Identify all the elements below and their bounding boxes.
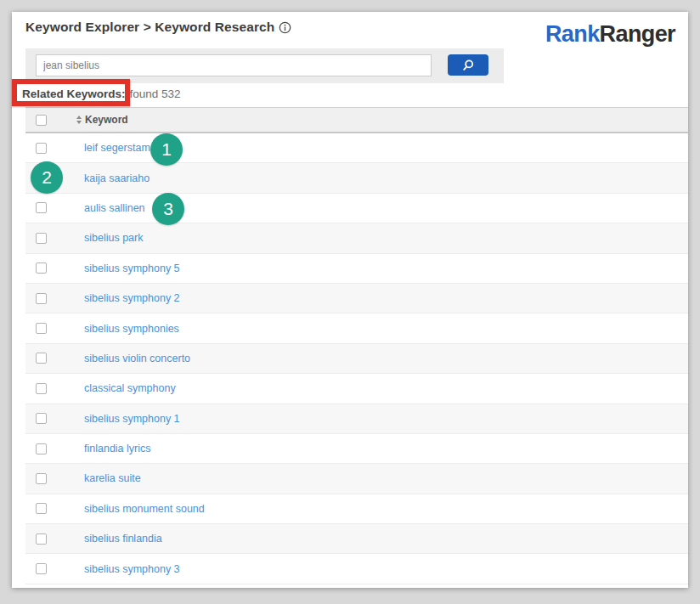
keyword-column-header[interactable]: Keyword bbox=[47, 114, 128, 126]
logo-text-dark: Ranger bbox=[600, 21, 675, 47]
row-checkbox[interactable] bbox=[36, 202, 47, 213]
row-checkbox[interactable] bbox=[36, 233, 47, 244]
row-checkbox[interactable] bbox=[36, 383, 47, 394]
table-row: sibelius symphony 2 bbox=[25, 284, 688, 313]
results-count: found 532 bbox=[130, 87, 181, 100]
info-circle-icon[interactable] bbox=[279, 21, 291, 34]
keyword-link[interactable]: aulis sallinen bbox=[84, 202, 145, 214]
keyword-table: Keyword leif segerstamkaija saariahoauli… bbox=[25, 107, 688, 584]
sort-arrows-icon bbox=[76, 116, 82, 124]
keyword-link[interactable]: leif segerstam bbox=[84, 142, 150, 154]
keyword-link[interactable]: sibelius park bbox=[84, 232, 143, 244]
table-row: classical symphony bbox=[25, 374, 688, 404]
keyword-link[interactable]: sibelius symphonies bbox=[84, 323, 179, 335]
keyword-link[interactable]: sibelius symphony 2 bbox=[84, 292, 180, 304]
row-checkbox[interactable] bbox=[36, 353, 47, 364]
annotation-badge-1: 1 bbox=[150, 133, 183, 166]
table-row: sibelius symphonies bbox=[25, 313, 688, 343]
main-card: Keyword Explorer > Keyword Research Rank… bbox=[12, 12, 688, 588]
table-row: sibelius finlandia bbox=[25, 524, 688, 554]
annotation-badge-2: 2 bbox=[31, 161, 63, 194]
table-row: sibelius monument sound bbox=[25, 494, 688, 524]
keyword-link[interactable]: sibelius symphony 5 bbox=[84, 262, 180, 274]
table-row: leif segerstam bbox=[25, 133, 688, 163]
keyword-link[interactable]: kaija saariaho bbox=[84, 172, 150, 184]
annotation-badge-3: 3 bbox=[152, 193, 184, 225]
table-row: sibelius symphony 1 bbox=[25, 404, 688, 434]
row-checkbox[interactable] bbox=[36, 473, 47, 484]
table-row: karelia suite bbox=[25, 464, 688, 494]
keyword-column-label: Keyword bbox=[85, 114, 128, 126]
row-checkbox[interactable] bbox=[36, 533, 47, 545]
keyword-table-body: leif segerstamkaija saariahoaulis sallin… bbox=[25, 133, 688, 584]
magnifier-icon bbox=[461, 59, 475, 72]
row-checkbox[interactable] bbox=[36, 323, 47, 334]
row-checkbox[interactable] bbox=[36, 262, 47, 274]
table-row: sibelius symphony 3 bbox=[25, 554, 688, 584]
search-button[interactable] bbox=[448, 54, 488, 76]
table-row: sibelius violin concerto bbox=[25, 344, 688, 374]
keyword-link[interactable]: sibelius symphony 1 bbox=[84, 413, 180, 425]
row-checkbox[interactable] bbox=[36, 503, 47, 514]
related-keywords-highlight-annotation bbox=[12, 79, 130, 106]
table-row: finlandia lyrics bbox=[25, 434, 688, 464]
page-title: Keyword Explorer > Keyword Research bbox=[25, 20, 291, 35]
row-checkbox[interactable] bbox=[36, 443, 47, 454]
row-checkbox[interactable] bbox=[36, 293, 47, 304]
keyword-link[interactable]: sibelius monument sound bbox=[84, 503, 205, 515]
search-bar bbox=[25, 48, 504, 83]
keyword-link[interactable]: classical symphony bbox=[84, 382, 176, 394]
keyword-link[interactable]: finlandia lyrics bbox=[84, 443, 151, 454]
rankranger-logo[interactable]: RankRanger bbox=[545, 21, 675, 48]
table-row: sibelius symphony 5 bbox=[25, 254, 688, 284]
search-input[interactable] bbox=[36, 54, 432, 76]
row-checkbox[interactable] bbox=[36, 143, 47, 154]
select-all-checkbox[interactable] bbox=[36, 115, 47, 126]
table-header-row: Keyword bbox=[25, 107, 688, 133]
logo-text-blue: Rank bbox=[545, 21, 600, 47]
table-row: kaija saariaho bbox=[25, 163, 688, 193]
keyword-link[interactable]: sibelius symphony 3 bbox=[84, 563, 180, 575]
breadcrumb: Keyword Explorer > Keyword Research bbox=[25, 20, 274, 35]
table-row: aulis sallinen bbox=[25, 194, 688, 223]
keyword-link[interactable]: karelia suite bbox=[84, 472, 141, 484]
row-checkbox[interactable] bbox=[36, 413, 47, 424]
keyword-link[interactable]: sibelius violin concerto bbox=[84, 353, 190, 364]
table-row: sibelius park bbox=[25, 223, 688, 253]
row-checkbox[interactable] bbox=[36, 563, 47, 574]
keyword-link[interactable]: sibelius finlandia bbox=[84, 533, 162, 545]
